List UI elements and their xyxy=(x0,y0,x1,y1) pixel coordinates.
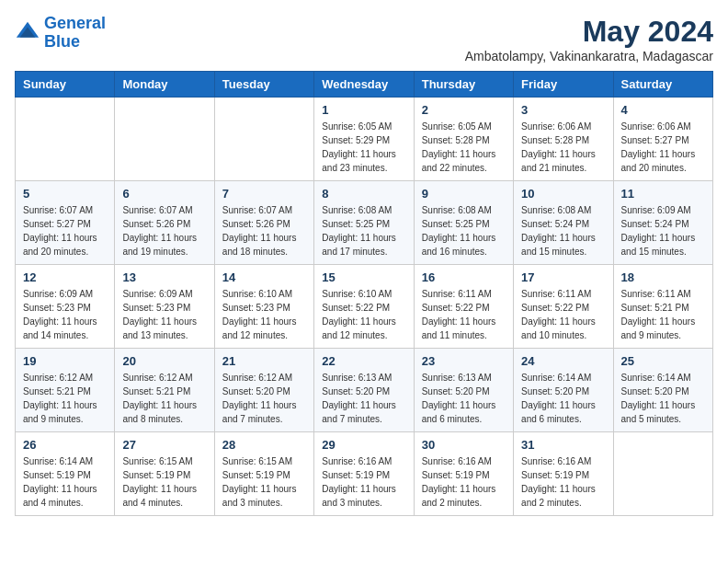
day-info: Sunrise: 6:05 AMSunset: 5:28 PMDaylight:… xyxy=(422,120,506,175)
day-info: Sunrise: 6:07 AMSunset: 5:26 PMDaylight:… xyxy=(122,203,206,259)
day-info: Sunrise: 6:06 AMSunset: 5:27 PMDaylight:… xyxy=(621,120,705,175)
calendar-week-row: 26Sunrise: 6:14 AMSunset: 5:19 PMDayligh… xyxy=(16,432,713,516)
day-number: 20 xyxy=(122,354,206,368)
day-info: Sunrise: 6:15 AMSunset: 5:19 PMDaylight:… xyxy=(122,454,206,510)
day-number: 5 xyxy=(23,187,107,201)
day-number: 9 xyxy=(422,187,506,201)
calendar-cell: 31Sunrise: 6:16 AMSunset: 5:19 PMDayligh… xyxy=(514,432,613,516)
calendar-week-row: 5Sunrise: 6:07 AMSunset: 5:27 PMDaylight… xyxy=(16,181,713,265)
calendar-cell: 23Sunrise: 6:13 AMSunset: 5:20 PMDayligh… xyxy=(414,349,513,432)
calendar-cell: 17Sunrise: 6:11 AMSunset: 5:22 PMDayligh… xyxy=(514,265,613,349)
day-info: Sunrise: 6:07 AMSunset: 5:27 PMDaylight:… xyxy=(23,203,107,259)
calendar-cell: 3Sunrise: 6:06 AMSunset: 5:28 PMDaylight… xyxy=(514,98,613,181)
day-header-sunday: Sunday xyxy=(16,72,115,98)
calendar-cell: 22Sunrise: 6:13 AMSunset: 5:20 PMDayligh… xyxy=(314,349,414,432)
day-number: 11 xyxy=(621,187,705,201)
day-info: Sunrise: 6:15 AMSunset: 5:19 PMDaylight:… xyxy=(222,454,306,510)
day-info: Sunrise: 6:07 AMSunset: 5:26 PMDaylight:… xyxy=(222,203,306,259)
day-info: Sunrise: 6:12 AMSunset: 5:21 PMDaylight:… xyxy=(23,371,107,426)
calendar-cell: 10Sunrise: 6:08 AMSunset: 5:24 PMDayligh… xyxy=(514,181,613,265)
calendar-week-row: 1Sunrise: 6:05 AMSunset: 5:29 PMDaylight… xyxy=(16,98,713,181)
day-number: 10 xyxy=(521,187,605,201)
day-number: 3 xyxy=(521,103,605,117)
calendar-cell: 8Sunrise: 6:08 AMSunset: 5:25 PMDaylight… xyxy=(314,181,414,265)
day-info: Sunrise: 6:16 AMSunset: 5:19 PMDaylight:… xyxy=(322,454,405,510)
calendar-cell: 11Sunrise: 6:09 AMSunset: 5:24 PMDayligh… xyxy=(613,181,712,265)
page-header: General Blue May 2024 Ambatolampy, Vakin… xyxy=(15,15,713,63)
calendar-cell: 16Sunrise: 6:11 AMSunset: 5:22 PMDayligh… xyxy=(414,265,513,349)
calendar-cell: 28Sunrise: 6:15 AMSunset: 5:19 PMDayligh… xyxy=(214,432,313,516)
day-info: Sunrise: 6:08 AMSunset: 5:24 PMDaylight:… xyxy=(521,203,605,259)
day-number: 23 xyxy=(422,354,506,368)
day-number: 4 xyxy=(621,103,705,117)
title-section: May 2024 Ambatolampy, Vakinankaratra, Ma… xyxy=(465,15,713,63)
day-number: 1 xyxy=(322,103,405,117)
day-info: Sunrise: 6:12 AMSunset: 5:20 PMDaylight:… xyxy=(222,371,306,426)
calendar-cell: 12Sunrise: 6:09 AMSunset: 5:23 PMDayligh… xyxy=(16,265,115,349)
day-info: Sunrise: 6:11 AMSunset: 5:22 PMDaylight:… xyxy=(521,287,605,342)
day-info: Sunrise: 6:11 AMSunset: 5:22 PMDaylight:… xyxy=(422,287,506,342)
day-number: 7 xyxy=(222,187,306,201)
day-info: Sunrise: 6:13 AMSunset: 5:20 PMDaylight:… xyxy=(422,371,506,426)
day-info: Sunrise: 6:14 AMSunset: 5:20 PMDaylight:… xyxy=(521,371,605,426)
day-number: 31 xyxy=(521,438,605,452)
day-number: 6 xyxy=(122,187,206,201)
calendar-table: SundayMondayTuesdayWednesdayThursdayFrid… xyxy=(15,71,713,516)
day-number: 24 xyxy=(521,354,605,368)
month-title: May 2024 xyxy=(465,15,713,49)
day-number: 26 xyxy=(23,438,107,452)
calendar-cell: 4Sunrise: 6:06 AMSunset: 5:27 PMDaylight… xyxy=(613,98,712,181)
day-number: 18 xyxy=(621,270,705,284)
calendar-cell: 26Sunrise: 6:14 AMSunset: 5:19 PMDayligh… xyxy=(16,432,115,516)
day-number: 19 xyxy=(23,354,107,368)
day-info: Sunrise: 6:06 AMSunset: 5:28 PMDaylight:… xyxy=(521,120,605,175)
logo-line2: Blue xyxy=(44,32,80,51)
calendar-cell: 18Sunrise: 6:11 AMSunset: 5:21 PMDayligh… xyxy=(613,265,712,349)
calendar-cell: 5Sunrise: 6:07 AMSunset: 5:27 PMDaylight… xyxy=(16,181,115,265)
day-info: Sunrise: 6:16 AMSunset: 5:19 PMDaylight:… xyxy=(422,454,506,510)
day-number: 2 xyxy=(422,103,506,117)
calendar-cell xyxy=(16,98,115,181)
calendar-cell: 20Sunrise: 6:12 AMSunset: 5:21 PMDayligh… xyxy=(115,349,214,432)
location-subtitle: Ambatolampy, Vakinankaratra, Madagascar xyxy=(465,49,713,63)
day-header-monday: Monday xyxy=(115,72,214,98)
calendar-cell: 13Sunrise: 6:09 AMSunset: 5:23 PMDayligh… xyxy=(115,265,214,349)
day-info: Sunrise: 6:14 AMSunset: 5:19 PMDaylight:… xyxy=(23,454,107,510)
calendar-cell xyxy=(115,98,214,181)
day-header-wednesday: Wednesday xyxy=(314,72,414,98)
calendar-cell: 6Sunrise: 6:07 AMSunset: 5:26 PMDaylight… xyxy=(115,181,214,265)
day-info: Sunrise: 6:14 AMSunset: 5:20 PMDaylight:… xyxy=(621,371,705,426)
day-header-saturday: Saturday xyxy=(613,72,712,98)
day-number: 25 xyxy=(621,354,705,368)
logo-icon xyxy=(15,20,40,46)
calendar-cell: 2Sunrise: 6:05 AMSunset: 5:28 PMDaylight… xyxy=(414,98,513,181)
calendar-cell: 30Sunrise: 6:16 AMSunset: 5:19 PMDayligh… xyxy=(414,432,513,516)
calendar-cell: 1Sunrise: 6:05 AMSunset: 5:29 PMDaylight… xyxy=(314,98,414,181)
day-info: Sunrise: 6:08 AMSunset: 5:25 PMDaylight:… xyxy=(422,203,506,259)
day-number: 15 xyxy=(322,270,405,284)
logo-text: General Blue xyxy=(44,15,106,52)
day-info: Sunrise: 6:08 AMSunset: 5:25 PMDaylight:… xyxy=(322,203,405,259)
logo-line1: General xyxy=(44,14,106,32)
day-number: 17 xyxy=(521,270,605,284)
calendar-cell: 25Sunrise: 6:14 AMSunset: 5:20 PMDayligh… xyxy=(613,349,712,432)
logo: General Blue xyxy=(15,15,106,52)
day-header-tuesday: Tuesday xyxy=(214,72,313,98)
day-number: 14 xyxy=(222,270,306,284)
calendar-cell: 21Sunrise: 6:12 AMSunset: 5:20 PMDayligh… xyxy=(214,349,313,432)
day-number: 29 xyxy=(322,438,405,452)
day-info: Sunrise: 6:13 AMSunset: 5:20 PMDaylight:… xyxy=(322,371,405,426)
day-number: 30 xyxy=(422,438,506,452)
day-header-friday: Friday xyxy=(514,72,613,98)
calendar-cell: 9Sunrise: 6:08 AMSunset: 5:25 PMDaylight… xyxy=(414,181,513,265)
day-info: Sunrise: 6:09 AMSunset: 5:23 PMDaylight:… xyxy=(23,287,107,342)
calendar-cell: 14Sunrise: 6:10 AMSunset: 5:23 PMDayligh… xyxy=(214,265,313,349)
day-info: Sunrise: 6:05 AMSunset: 5:29 PMDaylight:… xyxy=(322,120,405,175)
day-header-thursday: Thursday xyxy=(414,72,513,98)
day-info: Sunrise: 6:10 AMSunset: 5:23 PMDaylight:… xyxy=(222,287,306,342)
calendar-cell: 15Sunrise: 6:10 AMSunset: 5:22 PMDayligh… xyxy=(314,265,414,349)
calendar-header-row: SundayMondayTuesdayWednesdayThursdayFrid… xyxy=(16,72,713,98)
day-number: 27 xyxy=(122,438,206,452)
day-number: 12 xyxy=(23,270,107,284)
calendar-cell: 29Sunrise: 6:16 AMSunset: 5:19 PMDayligh… xyxy=(314,432,414,516)
